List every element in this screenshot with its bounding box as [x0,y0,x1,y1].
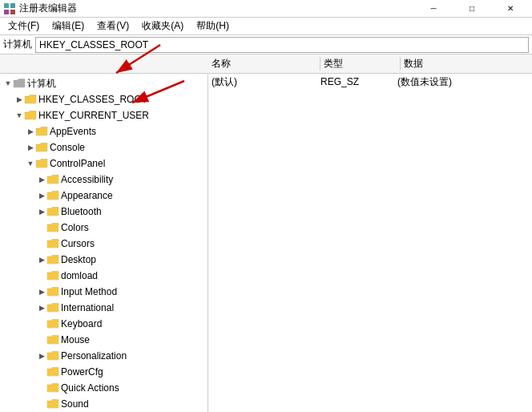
folder-icon-appearance [46,190,61,201]
expand-btn-desktop[interactable]: ▶ [37,255,46,265]
tree-label-bluetooth: Bluetooth [61,206,102,217]
expand-btn-download [37,271,46,281]
menu-file[interactable]: 文件(F) [3,18,44,34]
tree-item-international[interactable]: ▶ International [0,300,208,316]
expand-btn-powercfg [37,367,46,377]
tree-label-sound: Sound [61,398,89,410]
right-panel: (默认)REG_SZ(数值未设置) [208,74,532,412]
close-button[interactable]: ✕ [492,0,529,18]
folder-icon-quickactions [46,382,61,394]
expand-btn-hkcu[interactable]: ▼ [14,111,24,120]
tree-item-hkcu[interactable]: ▼ HKEY_CURRENT_USER [0,107,208,123]
tree-item-hkcr[interactable]: ▶ HKEY_CLASSES_ROOT [0,91,208,107]
tree-label-appearance: Appearance [61,190,113,201]
expand-btn-sound [37,399,46,409]
tree-label-keyboard: Keyboard [61,318,102,329]
tree-label-quickactions: Quick Actions [61,382,119,394]
tree-label-cursors: Cursors [61,238,95,249]
tree-label-console: Console [50,142,85,153]
expand-btn-appevents[interactable]: ▶ [26,127,35,136]
right-cell-type: REG_SZ [320,76,397,87]
tree-label-computer: 计算机 [27,77,56,91]
expand-btn-controlpanel[interactable]: ▼ [26,159,35,168]
tree-item-bluetooth[interactable]: ▶ Bluetooth [0,204,208,220]
svg-rect-3 [10,10,15,14]
tree-label-download: domload [61,270,98,281]
menu-bar: 文件(F) 编辑(E) 查看(V) 收藏夹(A) 帮助(H) [0,18,532,35]
tree-panel[interactable]: ▼ 计算机▶ HKEY_CLASSES_ROOT▼ HKEY_CURRENT_U… [0,74,208,412]
minimize-button[interactable]: ─ [415,0,452,18]
tree-label-desktop: Desktop [61,254,96,265]
folder-icon-download [46,270,61,281]
menu-edit[interactable]: 编辑(E) [47,18,89,34]
expand-btn-inputmethod[interactable]: ▶ [37,287,46,297]
tree-label-personalization: Personalization [61,350,127,362]
expand-btn-computer[interactable]: ▼ [3,79,13,88]
tree-item-powercfg[interactable]: PowerCfg [0,364,208,380]
expand-btn-keyboard [37,319,46,329]
content-area: ▼ 计算机▶ HKEY_CLASSES_ROOT▼ HKEY_CURRENT_U… [0,74,532,412]
tree-item-computer[interactable]: ▼ 计算机 [0,75,208,91]
address-input[interactable] [35,37,529,53]
tree-item-quickactions[interactable]: Quick Actions [0,380,208,396]
expand-btn-cursors [37,239,46,248]
col-header-data: 数据 [401,57,532,71]
folder-icon-hkcu [24,110,38,121]
tree-label-hkcu: HKEY_CURRENT_USER [38,110,149,121]
folder-icon-cursors [46,238,61,249]
expand-btn-appearance[interactable]: ▶ [37,191,46,200]
folder-icon-sound [46,398,61,410]
tree-label-controlpanel: ControlPanel [50,158,105,169]
expand-btn-quickactions [37,383,46,393]
expand-btn-hkcr[interactable]: ▶ [14,95,24,104]
svg-rect-1 [10,3,15,8]
expand-btn-international[interactable]: ▶ [37,303,46,313]
tree-label-appevents: AppEvents [50,126,96,137]
tree-item-desktop[interactable]: ▶ Desktop [0,252,208,268]
menu-view[interactable]: 查看(V) [92,18,134,34]
folder-icon-hkcr [24,94,38,105]
svg-rect-0 [4,3,9,8]
menu-help[interactable]: 帮助(H) [191,18,234,34]
tree-item-accessibility[interactable]: ▶ Accessibility [0,172,208,188]
maximize-button[interactable]: □ [453,0,490,18]
expand-btn-console[interactable]: ▶ [26,143,35,152]
tree-item-inputmethod[interactable]: ▶ Input Method [0,284,208,300]
title-bar-controls: ─ □ ✕ [415,0,529,18]
folder-icon-keyboard [46,318,61,329]
folder-icon-inputmethod [46,286,61,297]
tree-item-sound[interactable]: Sound [0,396,208,412]
folder-icon-console [35,142,50,153]
tree-item-mouse[interactable]: Mouse [0,332,208,348]
right-cell-data: (数值未设置) [397,75,529,89]
folder-icon-colors [46,222,61,233]
expand-btn-accessibility[interactable]: ▶ [37,175,46,184]
column-headers: 名称 类型 数据 [0,55,532,74]
expand-btn-personalization[interactable]: ▶ [37,351,46,361]
folder-icon-computer [13,78,27,89]
address-label: 计算机 [3,38,32,51]
app-icon [3,2,16,15]
folder-icon-international [46,302,61,313]
tree-item-personalization[interactable]: ▶ Personalization [0,348,208,364]
tree-item-download[interactable]: domload [0,268,208,284]
folder-icon-powercfg [46,366,61,378]
col-header-type: 类型 [320,57,401,71]
tree-item-console[interactable]: ▶ Console [0,139,208,156]
tree-item-appearance[interactable]: ▶ Appearance [0,188,208,204]
right-cell-name: (默认) [212,75,320,89]
col-header-name: 名称 [208,57,320,71]
menu-favorites[interactable]: 收藏夹(A) [137,18,188,34]
tree-item-colors[interactable]: Colors [0,220,208,236]
tree-item-controlpanel[interactable]: ▼ ControlPanel [0,156,208,172]
tree-item-appevents[interactable]: ▶ AppEvents [0,123,208,139]
folder-icon-controlpanel [35,158,50,169]
tree-item-keyboard[interactable]: Keyboard [0,316,208,332]
expand-btn-bluetooth[interactable]: ▶ [37,207,46,216]
tree-item-cursors[interactable]: Cursors [0,236,208,252]
right-row[interactable]: (默认)REG_SZ(数值未设置) [208,74,532,90]
title-bar: 注册表编辑器 ─ □ ✕ [0,0,532,18]
tree-label-colors: Colors [61,222,89,233]
address-bar: 计算机 [0,35,532,55]
tree-label-hkcr: HKEY_CLASSES_ROOT [38,94,147,105]
